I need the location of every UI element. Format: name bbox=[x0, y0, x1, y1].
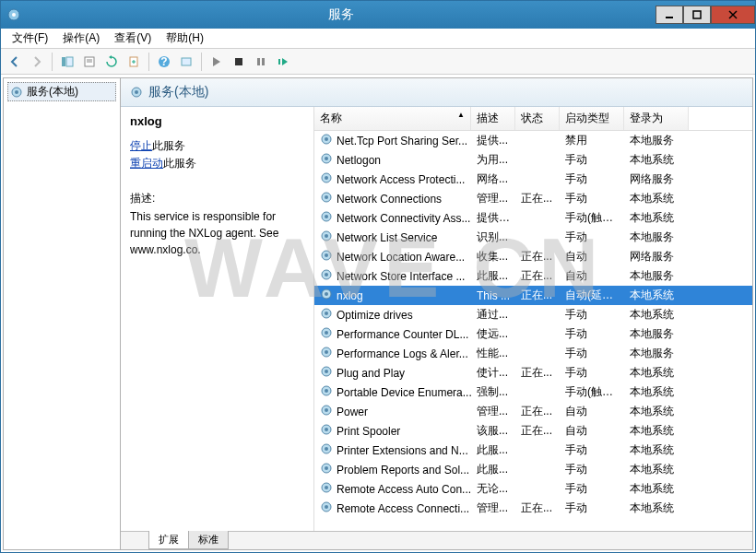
service-logon-cell: 本地系统 bbox=[624, 421, 689, 441]
service-name-cell: Network Connectivity Ass... bbox=[337, 212, 470, 225]
service-start-cell: 手动 bbox=[560, 150, 624, 170]
service-status-cell bbox=[515, 391, 560, 394]
service-icon bbox=[320, 268, 333, 284]
service-row[interactable]: Network Access Protecti...网络...手动网络服务 bbox=[314, 170, 752, 189]
forward-button[interactable] bbox=[27, 52, 47, 72]
service-desc-cell: 强制... bbox=[471, 382, 515, 402]
service-start-cell: 手动 bbox=[560, 170, 624, 189]
service-name-cell: nxlog bbox=[337, 289, 363, 302]
service-start-cell: 手动 bbox=[560, 344, 624, 363]
svg-point-36 bbox=[325, 253, 328, 257]
maximize-button[interactable] bbox=[683, 6, 711, 24]
help-button[interactable]: ? bbox=[154, 52, 174, 72]
tree-pane[interactable]: 服务(本地) bbox=[3, 77, 121, 550]
restart-suffix: 此服务 bbox=[163, 157, 196, 170]
service-start-cell: 手动 bbox=[560, 479, 624, 499]
service-row[interactable]: Remote Access Connecti...管理...正在...手动本地系… bbox=[314, 499, 752, 518]
service-icon bbox=[320, 133, 333, 148]
service-row[interactable]: Net.Tcp Port Sharing Ser...提供...禁用本地服务 bbox=[314, 131, 752, 150]
column-desc[interactable]: 描述 bbox=[471, 107, 515, 130]
service-start-cell: 自动 bbox=[560, 266, 624, 286]
service-name-cell: Plug and Play bbox=[337, 367, 405, 380]
service-row[interactable]: Power管理...正在...自动本地系统 bbox=[314, 402, 752, 421]
main-pane: 服务(本地) nxlog 停止此服务 重启动此服务 描述: This servi… bbox=[121, 77, 753, 550]
tab-standard[interactable]: 标准 bbox=[188, 531, 229, 549]
service-row[interactable]: Network Store Interface ...此服...正在...自动本… bbox=[314, 266, 752, 286]
close-button[interactable] bbox=[711, 6, 755, 24]
service-row[interactable]: Network Connections管理...正在...手动本地系统 bbox=[314, 189, 752, 208]
tree-node-services[interactable]: 服务(本地) bbox=[7, 82, 116, 101]
minimize-button[interactable] bbox=[656, 6, 683, 24]
content-area: 服务(本地) 服务(本地) nxlog 停止此服务 重启动此服务 描述: T bbox=[1, 75, 755, 552]
svg-point-28 bbox=[325, 176, 328, 180]
service-name-cell: Optimize drives bbox=[337, 309, 413, 322]
service-logon-cell: 本地系统 bbox=[624, 382, 689, 402]
service-row[interactable]: Network List Service识别...手动本地服务 bbox=[314, 228, 752, 247]
properties-button[interactable] bbox=[79, 52, 100, 72]
svg-point-62 bbox=[325, 505, 328, 509]
service-row[interactable]: Network Connectivity Ass...提供 ...手动(触发..… bbox=[314, 208, 752, 228]
list-header: 名称 描述 状态 启动类型 登录为 bbox=[314, 107, 752, 131]
column-name[interactable]: 名称 bbox=[314, 107, 471, 130]
service-status-cell bbox=[515, 236, 560, 240]
main-body: nxlog 停止此服务 重启动此服务 描述: This service is r… bbox=[121, 107, 752, 531]
show-hide-tree-button[interactable] bbox=[57, 52, 77, 72]
service-desc-cell: 收集... bbox=[471, 247, 515, 266]
service-row[interactable]: Remote Access Auto Con...无论...手动本地系统 bbox=[314, 479, 752, 499]
service-logon-cell: 网络服务 bbox=[624, 170, 689, 189]
tab-extended[interactable]: 扩展 bbox=[148, 531, 189, 549]
service-row[interactable]: nxlogThis ...正在...自动(延迟...本地系统 bbox=[314, 286, 752, 305]
pause-service-button[interactable] bbox=[251, 52, 271, 72]
stop-service-button[interactable] bbox=[229, 52, 249, 72]
service-desc-cell: 该服... bbox=[471, 421, 515, 441]
menu-view[interactable]: 查看(V) bbox=[107, 29, 159, 48]
column-status[interactable]: 状态 bbox=[515, 107, 560, 130]
service-icon bbox=[320, 442, 333, 458]
stop-link[interactable]: 停止 bbox=[130, 139, 152, 152]
menu-help[interactable]: 帮助(H) bbox=[159, 29, 211, 48]
list-rows[interactable]: Net.Tcp Port Sharing Ser...提供...禁用本地服务Ne… bbox=[314, 131, 752, 531]
service-desc-cell: 网络... bbox=[471, 170, 515, 189]
service-icon bbox=[320, 462, 333, 477]
restart-link[interactable]: 重启动 bbox=[130, 157, 163, 170]
service-icon bbox=[320, 249, 333, 265]
service-row[interactable]: Netlogon为用...手动本地系统 bbox=[314, 150, 752, 170]
svg-rect-15 bbox=[235, 58, 242, 65]
refresh-button[interactable] bbox=[101, 52, 122, 72]
tree-node-label: 服务(本地) bbox=[27, 84, 78, 100]
separator bbox=[52, 53, 53, 71]
start-service-button[interactable] bbox=[207, 52, 227, 72]
service-row[interactable]: Performance Logs & Aler...性能...手动本地服务 bbox=[314, 344, 752, 363]
service-row[interactable]: Problem Reports and Sol...此服...手动本地系统 bbox=[314, 460, 752, 479]
svg-point-26 bbox=[325, 157, 328, 160]
service-status-cell bbox=[515, 488, 560, 491]
service-logon-cell: 本地系统 bbox=[624, 208, 689, 228]
service-row[interactable]: Network Location Aware...收集...正在...自动网络服… bbox=[314, 247, 752, 266]
service-logon-cell: 本地服务 bbox=[624, 131, 689, 150]
service-row[interactable]: Plug and Play使计...正在...手动本地系统 bbox=[314, 363, 752, 382]
svg-point-48 bbox=[325, 370, 328, 373]
menu-file[interactable]: 文件(F) bbox=[5, 29, 55, 48]
service-logon-cell: 本地系统 bbox=[624, 460, 689, 479]
export-button[interactable] bbox=[124, 52, 144, 72]
back-button[interactable] bbox=[5, 52, 25, 72]
svg-point-38 bbox=[325, 273, 328, 276]
service-name-cell: Net.Tcp Port Sharing Ser... bbox=[337, 135, 467, 147]
svg-point-30 bbox=[325, 195, 328, 199]
toolbar-icon[interactable] bbox=[176, 52, 196, 72]
service-icon bbox=[320, 481, 333, 497]
column-logon[interactable]: 登录为 bbox=[624, 107, 689, 130]
separator bbox=[201, 53, 202, 71]
service-name-cell: Remote Access Auto Con... bbox=[337, 483, 471, 496]
restart-service-button[interactable] bbox=[273, 52, 293, 72]
service-row[interactable]: Print Spooler该服...正在...自动本地系统 bbox=[314, 421, 752, 441]
service-row[interactable]: Portable Device Enumera...强制...手动(触发...本… bbox=[314, 382, 752, 402]
service-row[interactable]: Optimize drives通过...手动本地系统 bbox=[314, 305, 752, 324]
menu-action[interactable]: 操作(A) bbox=[55, 29, 107, 48]
titlebar[interactable]: 服务 bbox=[1, 1, 755, 29]
service-row[interactable]: Printer Extensions and N...此服...手动本地系统 bbox=[314, 441, 752, 460]
svg-text:?: ? bbox=[160, 55, 167, 68]
service-row[interactable]: Performance Counter DL...使远...手动本地服务 bbox=[314, 324, 752, 344]
column-start[interactable]: 启动类型 bbox=[560, 107, 624, 130]
view-tabs: 扩展 标准 bbox=[121, 531, 752, 549]
